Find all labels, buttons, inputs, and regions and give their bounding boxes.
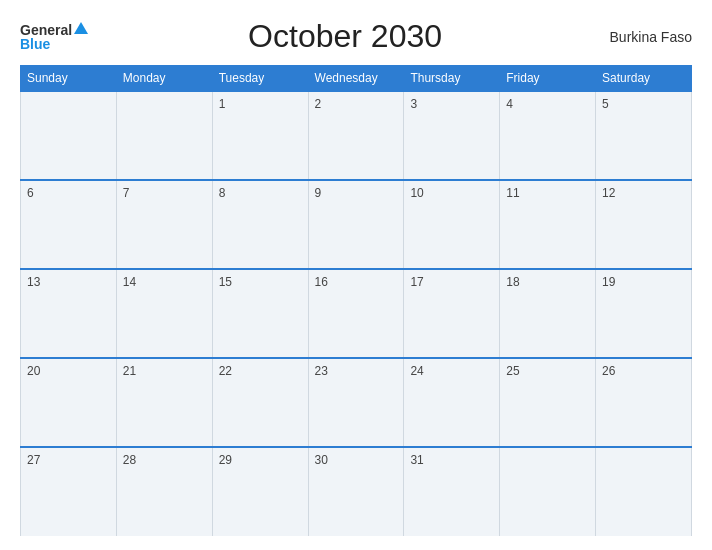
calendar-week-row: 6789101112 xyxy=(21,180,692,269)
weekday-header-monday: Monday xyxy=(116,66,212,92)
calendar-container: General Blue October 2030 Burkina Faso S… xyxy=(0,0,712,550)
calendar-day-cell: 23 xyxy=(308,358,404,447)
calendar-day-cell: 25 xyxy=(500,358,596,447)
calendar-day-cell: 20 xyxy=(21,358,117,447)
calendar-week-row: 12345 xyxy=(21,91,692,180)
weekday-header-thursday: Thursday xyxy=(404,66,500,92)
day-number: 7 xyxy=(123,186,130,200)
calendar-day-cell: 28 xyxy=(116,447,212,536)
calendar-day-cell: 31 xyxy=(404,447,500,536)
day-number: 29 xyxy=(219,453,232,467)
calendar-day-cell: 27 xyxy=(21,447,117,536)
calendar-day-cell: 12 xyxy=(596,180,692,269)
day-number: 1 xyxy=(219,97,226,111)
calendar-day-cell: 26 xyxy=(596,358,692,447)
calendar-day-cell xyxy=(500,447,596,536)
country-label: Burkina Faso xyxy=(602,29,692,45)
calendar-day-cell: 7 xyxy=(116,180,212,269)
calendar-table: SundayMondayTuesdayWednesdayThursdayFrid… xyxy=(20,65,692,536)
weekday-header-wednesday: Wednesday xyxy=(308,66,404,92)
calendar-day-cell: 8 xyxy=(212,180,308,269)
logo: General Blue xyxy=(20,23,88,51)
calendar-day-cell: 4 xyxy=(500,91,596,180)
calendar-day-cell: 29 xyxy=(212,447,308,536)
day-number: 8 xyxy=(219,186,226,200)
weekday-header-sunday: Sunday xyxy=(21,66,117,92)
calendar-week-row: 13141516171819 xyxy=(21,269,692,358)
day-number: 3 xyxy=(410,97,417,111)
day-number: 9 xyxy=(315,186,322,200)
calendar-day-cell: 2 xyxy=(308,91,404,180)
day-number: 18 xyxy=(506,275,519,289)
day-number: 15 xyxy=(219,275,232,289)
day-number: 24 xyxy=(410,364,423,378)
calendar-day-cell: 3 xyxy=(404,91,500,180)
day-number: 10 xyxy=(410,186,423,200)
calendar-header: General Blue October 2030 Burkina Faso xyxy=(20,18,692,55)
calendar-day-cell: 15 xyxy=(212,269,308,358)
month-title: October 2030 xyxy=(88,18,602,55)
calendar-day-cell: 14 xyxy=(116,269,212,358)
day-number: 11 xyxy=(506,186,519,200)
day-number: 21 xyxy=(123,364,136,378)
weekday-header-saturday: Saturday xyxy=(596,66,692,92)
calendar-day-cell xyxy=(116,91,212,180)
day-number: 16 xyxy=(315,275,328,289)
calendar-week-row: 20212223242526 xyxy=(21,358,692,447)
day-number: 5 xyxy=(602,97,609,111)
weekday-header-row: SundayMondayTuesdayWednesdayThursdayFrid… xyxy=(21,66,692,92)
calendar-day-cell: 1 xyxy=(212,91,308,180)
calendar-day-cell: 17 xyxy=(404,269,500,358)
calendar-day-cell: 21 xyxy=(116,358,212,447)
day-number: 6 xyxy=(27,186,34,200)
calendar-day-cell: 5 xyxy=(596,91,692,180)
logo-general-text: General xyxy=(20,23,72,37)
day-number: 19 xyxy=(602,275,615,289)
day-number: 20 xyxy=(27,364,40,378)
weekday-header-friday: Friday xyxy=(500,66,596,92)
day-number: 12 xyxy=(602,186,615,200)
day-number: 25 xyxy=(506,364,519,378)
day-number: 14 xyxy=(123,275,136,289)
calendar-day-cell: 9 xyxy=(308,180,404,269)
calendar-day-cell: 19 xyxy=(596,269,692,358)
calendar-day-cell: 30 xyxy=(308,447,404,536)
day-number: 30 xyxy=(315,453,328,467)
logo-blue-text: Blue xyxy=(20,37,50,51)
calendar-day-cell: 11 xyxy=(500,180,596,269)
calendar-day-cell: 22 xyxy=(212,358,308,447)
day-number: 4 xyxy=(506,97,513,111)
calendar-day-cell: 18 xyxy=(500,269,596,358)
calendar-day-cell: 13 xyxy=(21,269,117,358)
day-number: 28 xyxy=(123,453,136,467)
calendar-day-cell: 24 xyxy=(404,358,500,447)
logo-triangle-icon xyxy=(74,22,88,34)
day-number: 31 xyxy=(410,453,423,467)
day-number: 26 xyxy=(602,364,615,378)
day-number: 23 xyxy=(315,364,328,378)
calendar-week-row: 2728293031 xyxy=(21,447,692,536)
day-number: 27 xyxy=(27,453,40,467)
day-number: 22 xyxy=(219,364,232,378)
day-number: 13 xyxy=(27,275,40,289)
calendar-day-cell xyxy=(21,91,117,180)
calendar-day-cell: 10 xyxy=(404,180,500,269)
day-number: 2 xyxy=(315,97,322,111)
calendar-day-cell: 6 xyxy=(21,180,117,269)
weekday-header-tuesday: Tuesday xyxy=(212,66,308,92)
calendar-day-cell: 16 xyxy=(308,269,404,358)
calendar-day-cell xyxy=(596,447,692,536)
day-number: 17 xyxy=(410,275,423,289)
